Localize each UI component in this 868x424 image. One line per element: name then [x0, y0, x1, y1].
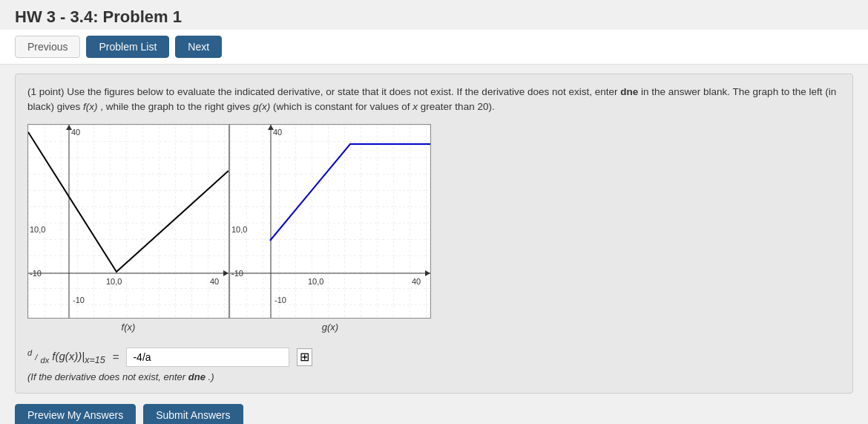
svg-rect-1	[28, 125, 228, 318]
formula-prefix: d / dx f(g(x))|x=15	[27, 348, 105, 365]
graph-f-svg: 40 10,0 -10 10,0 40 -10	[28, 125, 228, 318]
answer-input[interactable]	[126, 348, 289, 367]
svg-text:40: 40	[210, 277, 219, 286]
grid-icon-button[interactable]: ⊞	[297, 348, 312, 366]
problem-list-button[interactable]: Problem List	[86, 36, 169, 58]
formula-equals: =	[113, 350, 119, 363]
problem-description: (1 point) Use the figures below to evalu…	[27, 85, 841, 115]
toolbar: Previous Problem List Next	[0, 30, 868, 65]
svg-text:-10: -10	[73, 296, 85, 304]
graph-g: 40 10,0 -10 10,0 40 -10	[229, 124, 431, 319]
svg-text:-10: -10	[30, 269, 42, 278]
hint-text: (If the derivative does not exist, enter…	[27, 371, 841, 382]
svg-text:40: 40	[412, 277, 421, 286]
desc-text-5: greater than 20).	[421, 101, 495, 112]
desc-text-1: Use the figures below to evaluate the in…	[67, 86, 617, 97]
desc-text-3: , while the graph to the right gives	[100, 101, 250, 112]
svg-text:-10: -10	[231, 269, 243, 278]
svg-text:40: 40	[71, 128, 80, 137]
graphs-container: 40 10,0 -10 10,0 40 -10	[27, 124, 841, 336]
graph-f-wrapper: 40 10,0 -10 10,0 40 -10	[27, 124, 229, 336]
svg-text:40: 40	[273, 128, 282, 137]
svg-text:10,0: 10,0	[106, 277, 122, 286]
next-button[interactable]: Next	[175, 36, 222, 58]
gx-inline: g(x)	[253, 101, 270, 112]
main-content: (1 point) Use the figures below to evalu…	[0, 65, 868, 424]
submit-answers-button[interactable]: Submit Answers	[143, 404, 243, 425]
graph-g-label: g(x)	[229, 320, 431, 336]
graph-g-svg: 40 10,0 -10 10,0 40 -10	[230, 125, 430, 318]
formula-row: d / dx f(g(x))|x=15 = ⊞	[27, 348, 841, 367]
points-label: (1 point)	[27, 86, 65, 97]
svg-text:10,0: 10,0	[30, 225, 45, 234]
x-inline: x	[412, 101, 418, 112]
svg-text:10,0: 10,0	[231, 225, 247, 234]
problem-box: (1 point) Use the figures below to evalu…	[15, 74, 853, 394]
desc-text-4: (which is constant for values of	[273, 101, 410, 112]
svg-text:-10: -10	[274, 296, 286, 304]
fx-inline: f(x)	[83, 101, 98, 112]
previous-button[interactable]: Previous	[15, 36, 80, 58]
page-title: HW 3 - 3.4: Problem 1	[0, 0, 868, 30]
dne-word: dne	[620, 86, 638, 97]
svg-text:10,0: 10,0	[308, 277, 323, 286]
graph-f: 40 10,0 -10 10,0 40 -10	[27, 124, 229, 319]
preview-answers-button[interactable]: Preview My Answers	[15, 404, 136, 425]
graph-f-label: f(x)	[27, 320, 229, 336]
svg-rect-13	[230, 125, 430, 318]
graph-g-wrapper: 40 10,0 -10 10,0 40 -10 g(x)	[229, 124, 431, 336]
action-buttons: Preview My Answers Submit Answers	[15, 404, 853, 425]
